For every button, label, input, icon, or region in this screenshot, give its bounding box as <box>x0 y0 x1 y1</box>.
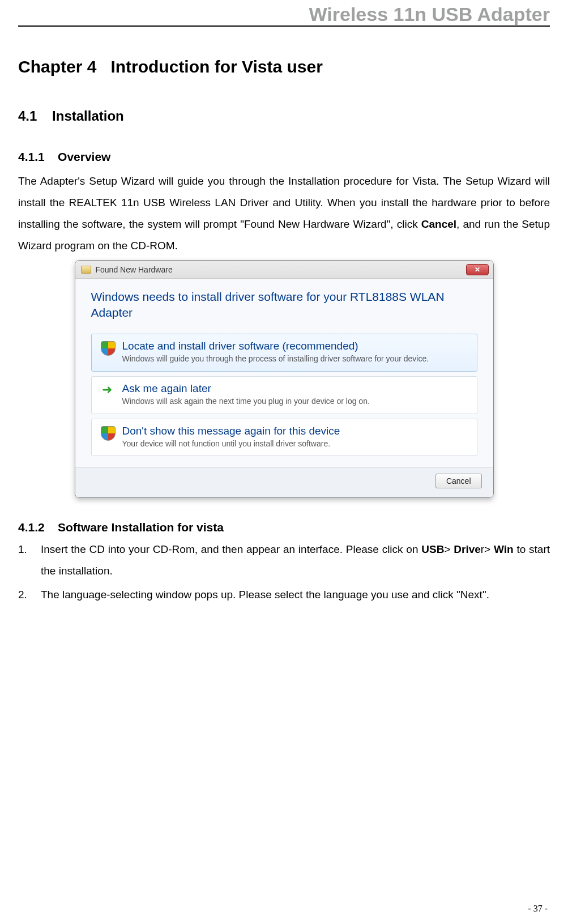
subsection-411-title: 4.1.1 Overview <box>18 150 550 164</box>
list-number: 1. <box>18 539 41 582</box>
dialog-heading: Windows needs to install driver software… <box>91 289 477 321</box>
list-body: Insert the CD into your CD-Rom, and then… <box>41 539 550 582</box>
chapter-number: Chapter 4 <box>18 57 96 76</box>
page-number: - 37 - <box>528 904 548 914</box>
document-header: Wireless 11n USB Adapter <box>18 3 550 27</box>
list-number: 2. <box>18 584 41 606</box>
dialog-titlebar: Found New Hardware ✕ <box>75 261 493 279</box>
close-icon: ✕ <box>475 266 480 274</box>
subsection-name: Software Installation for vista <box>58 521 224 534</box>
overview-text-bold: Cancel <box>421 218 456 230</box>
step1-b2: Drive <box>454 543 481 555</box>
chapter-title: Chapter 4 Introduction for Vista user <box>18 57 550 76</box>
subsection-number: 4.1.2 <box>18 521 45 534</box>
arrow-icon <box>101 384 116 398</box>
list-item: 1. Insert the CD into your CD-Rom, and t… <box>18 539 550 582</box>
section-number: 4.1 <box>18 108 37 124</box>
list-item: 2. The language-selecting window pops up… <box>18 584 550 606</box>
option-ask-later[interactable]: Ask me again later Windows will ask agai… <box>91 376 477 414</box>
subsection-name: Overview <box>58 150 110 163</box>
option-desc: Windows will guide you through the proce… <box>122 354 468 364</box>
option-title: Don't show this message again for this d… <box>122 425 468 437</box>
install-steps-list: 1. Insert the CD into your CD-Rom, and t… <box>18 539 550 606</box>
option-title: Locate and install driver software (reco… <box>122 340 468 352</box>
section-name: Installation <box>52 108 124 124</box>
found-new-hardware-dialog: Found New Hardware ✕ Windows needs to in… <box>75 260 494 498</box>
subsection-number: 4.1.1 <box>18 150 45 163</box>
dialog-title-text: Found New Hardware <box>96 265 173 274</box>
option-locate-install[interactable]: Locate and install driver software (reco… <box>91 334 477 372</box>
step1-pre: Insert the CD into your CD-Rom, and then… <box>41 543 421 555</box>
chapter-name: Introduction for Vista user <box>110 57 323 76</box>
step1-b3: Win <box>494 543 514 555</box>
close-button[interactable]: ✕ <box>466 264 489 275</box>
option-desc: Your device will not function until you … <box>122 438 468 449</box>
shield-icon <box>101 426 116 441</box>
section-title: 4.1 Installation <box>18 108 550 124</box>
subsection-412-title: 4.1.2 Software Installation for vista <box>18 521 550 534</box>
option-desc: Windows will ask again the next time you… <box>122 396 468 407</box>
list-body: The language-selecting window pops up. P… <box>41 584 550 606</box>
header-title: Wireless 11n USB Adapter <box>18 3 550 25</box>
hardware-icon <box>81 266 91 274</box>
vista-dialog-figure: Found New Hardware ✕ Windows needs to in… <box>18 260 550 498</box>
step1-mid1: > <box>444 543 454 555</box>
cancel-button[interactable]: Cancel <box>435 474 482 488</box>
step1-mid2: r> <box>481 543 494 555</box>
shield-icon <box>101 341 116 356</box>
overview-paragraph: The Adapter's Setup Wizard will guide yo… <box>18 171 550 257</box>
option-title: Ask me again later <box>122 382 468 395</box>
step1-b1: USB <box>421 543 444 555</box>
option-dont-show[interactable]: Don't show this message again for this d… <box>91 419 477 457</box>
